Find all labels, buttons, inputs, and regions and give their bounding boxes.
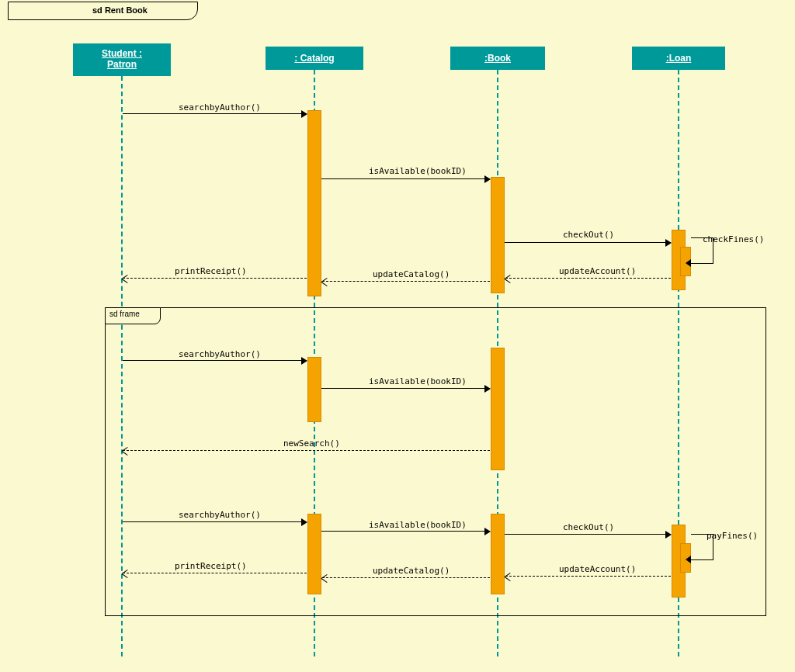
msg-label-m3: checkOut() xyxy=(563,230,614,240)
msg-label-m4: checkFines() xyxy=(703,234,764,244)
msg-label-m16: updateCatalog() xyxy=(373,566,450,576)
msg-arrow-m15 xyxy=(505,576,671,577)
msg-label-m13: checkOut() xyxy=(563,522,614,532)
activation-catalog-2 xyxy=(307,357,321,422)
lifeline-student-label: Student : Patron xyxy=(102,49,142,71)
msg-label-m12: isAvailable(bookID) xyxy=(369,520,467,530)
msg-arrow-m7 xyxy=(123,278,307,279)
msg-arrow-m3 xyxy=(505,242,671,243)
activation-catalog-1 xyxy=(307,110,321,296)
msg-arrow-m5 xyxy=(505,278,671,279)
activation-book-1 xyxy=(491,177,505,293)
msg-arrow-m6 xyxy=(322,281,490,282)
msg-label-m14: payFines() xyxy=(706,531,758,541)
msg-label-m9: isAvailable(bookID) xyxy=(369,376,467,386)
msg-arrow-m1 xyxy=(123,113,307,114)
frame-label: sd frame xyxy=(105,307,161,324)
diagram-title-tab: sd Rent Book xyxy=(8,2,198,20)
msg-arrow-m10 xyxy=(123,450,490,451)
lifeline-book-label: :Book xyxy=(484,53,511,64)
msg-arrow-m9 xyxy=(321,388,490,389)
msg-label-m8: searchbyAuthor() xyxy=(179,349,261,359)
msg-arrow-m12 xyxy=(321,531,490,532)
lifeline-catalog-header: : Catalog xyxy=(266,47,363,70)
sequence-diagram: sd Rent Book Student : Patron : Catalog … xyxy=(0,0,795,672)
lifeline-loan-label: :Loan xyxy=(666,53,692,64)
activation-book-3 xyxy=(491,514,505,594)
msg-label-m7: printReceipt() xyxy=(175,266,247,276)
lifeline-loan-header: :Loan xyxy=(632,47,725,70)
msg-label-m5: updateAccount() xyxy=(559,266,636,276)
msg-label-m6: updateCatalog() xyxy=(373,269,450,279)
msg-label-m17: printReceipt() xyxy=(175,561,247,571)
msg-label-m15: updateAccount() xyxy=(559,564,636,574)
msg-label-m1: searchbyAuthor() xyxy=(179,102,261,113)
lifeline-book-header: :Book xyxy=(450,47,545,70)
msg-label-m2: isAvailable(bookID) xyxy=(369,166,467,176)
activation-catalog-3 xyxy=(307,514,321,594)
lifeline-catalog-label: : Catalog xyxy=(294,53,334,64)
diagram-title-text: sd Rent Book xyxy=(92,5,148,15)
msg-arrow-m8 xyxy=(123,360,307,361)
msg-arrow-m13 xyxy=(505,534,671,535)
lifeline-student-header: Student : Patron xyxy=(73,43,171,76)
msg-arrow-m17 xyxy=(123,573,307,573)
msg-label-m11: searchbyAuthor() xyxy=(179,510,261,520)
msg-label-m10: newSearch() xyxy=(283,438,340,449)
msg-arrow-m2 xyxy=(321,178,490,179)
msg-arrow-m16 xyxy=(322,577,490,578)
activation-book-2 xyxy=(491,348,505,470)
msg-arrow-m11 xyxy=(123,521,307,522)
frame-label-text: sd frame xyxy=(109,310,140,318)
